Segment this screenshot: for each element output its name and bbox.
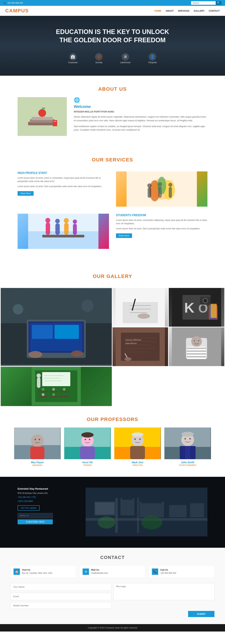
nav-services[interactable]: SERVICES (178, 10, 190, 12)
svg-point-40 (13, 304, 23, 314)
contact-visit-text: Visit Us Box St, Canada, New York, USA (22, 568, 52, 574)
svg-point-44 (138, 314, 150, 319)
gallery-item-5[interactable] (169, 327, 224, 366)
svg-rect-23 (46, 222, 50, 235)
svg-rect-90 (60, 390, 69, 392)
form-message-input[interactable] (114, 583, 215, 600)
svg-point-139 (141, 516, 162, 530)
professor-photo-3 (114, 428, 161, 459)
contact-dark-left: Extended Stay Restaurant 87th St.Kansas … (17, 487, 79, 524)
svg-rect-76 (187, 353, 206, 355)
svg-point-118 (132, 432, 144, 437)
hero-person-icon-4: 👤 (149, 53, 156, 60)
nav-gallery[interactable]: GALLERY (194, 10, 205, 12)
about-welcome: Welcome (74, 104, 208, 109)
svg-rect-138 (137, 498, 139, 533)
contact-call-text: Call Us +00 364 658 252 (160, 568, 176, 574)
service-title-1: HIGH PROFILE STAFF (17, 172, 109, 174)
svg-rect-18 (169, 187, 172, 198)
search-button[interactable]: 🔍 (216, 1, 222, 5)
about-img-placeholder (17, 97, 67, 136)
about-para2: Sed vestibulum sapien ornare ex sodales,… (74, 124, 208, 132)
svg-point-15 (147, 184, 152, 188)
mail-address: rsd@website.com (91, 572, 108, 574)
svg-rect-102 (30, 446, 44, 459)
professor-card-2: Vessi Vel TRAINER (64, 428, 111, 466)
hero-content: EDUCATION IS THE KEY TO UNLOCK THE GOLDE… (0, 16, 225, 76)
svg-rect-22 (42, 235, 84, 238)
service-para1-2: Lorem ipsum dolor sit amet, consectetur … (116, 218, 208, 225)
svg-rect-135 (190, 503, 204, 517)
get-free-btn[interactable]: Get Free Update (17, 505, 39, 510)
visit-address: Box St, Canada, New York, USA (22, 572, 52, 574)
hero-person-icon-2: 💼 (95, 53, 102, 60)
hero-person-icon-3: 🖥 (122, 53, 129, 60)
gallery-item-3[interactable]: K O (169, 288, 224, 327)
svg-point-17 (158, 182, 162, 186)
professor-role-4: SPORTS MEMBER (164, 464, 211, 466)
read-more-btn-2[interactable]: Read More (116, 234, 132, 238)
service-image-1 (116, 172, 208, 207)
professor-photo-1 (14, 428, 61, 459)
top-bar: 📞 +00 364 658 252 🔍 (0, 0, 225, 6)
nav-home[interactable]: HOME (155, 10, 161, 12)
svg-rect-84 (42, 372, 70, 386)
nav-contact[interactable]: CONTACT (209, 10, 220, 12)
svg-point-72 (191, 336, 202, 347)
gallery-item-4[interactable]: Calculus 9491/non Galle 9441/mo (112, 327, 168, 366)
service-para2-1: Lorem ipsum dolor sit amet. Sed ut persp… (17, 185, 109, 188)
call-title: Call Us (160, 568, 176, 571)
svg-point-78 (194, 340, 195, 341)
svg-rect-93 (60, 396, 69, 398)
service-item-3-img (14, 210, 112, 252)
svg-rect-27 (64, 223, 69, 235)
svg-rect-58 (211, 304, 217, 318)
svg-rect-36 (32, 325, 53, 339)
submit-button[interactable]: SUBMIT (188, 611, 215, 617)
footer-text: Copyright © 2019 Company name All rights… (88, 626, 137, 629)
svg-point-124 (185, 438, 186, 440)
visit-icon: 🏠 (13, 568, 20, 575)
nav-about[interactable]: ABOUT (166, 10, 174, 12)
contact-address: 87th St.Kansas City Lenexa 241. (17, 492, 79, 495)
gallery-item-1[interactable] (1, 288, 112, 366)
email-input[interactable] (17, 513, 53, 518)
professors-grid: Max Payne MANAGER Vessi Vel TR (14, 428, 211, 466)
about-content: 🌐 Welcome INTEGER MOLLIS PORTTITOR NUNC … (17, 97, 208, 136)
svg-rect-133 (141, 500, 162, 503)
form-email-input[interactable] (10, 593, 111, 600)
svg-rect-25 (55, 223, 60, 235)
contact-phone1: +021 864 921 7730 (17, 496, 79, 499)
gallery-item-2[interactable] (112, 288, 168, 327)
svg-rect-88 (39, 390, 47, 392)
phone-icon: 📞 (3, 2, 6, 4)
professor-card-4: John Smith SPORTS MEMBER (164, 428, 211, 466)
svg-point-125 (190, 438, 191, 440)
gallery-title-wrapper: OUR GALLERY (0, 274, 225, 288)
hero-person-2: 💼 Sunclip (95, 53, 102, 64)
svg-point-38 (28, 351, 42, 358)
gallery-item-6[interactable] (1, 367, 112, 406)
professor-name-1: Max Payne (14, 461, 61, 464)
svg-point-140 (98, 516, 115, 528)
svg-rect-16 (158, 186, 162, 198)
svg-point-79 (198, 340, 199, 341)
form-name-input[interactable] (10, 583, 111, 591)
svg-text:K: K (184, 300, 195, 316)
contact-dark-section: Extended Stay Restaurant 87th St.Kansas … (0, 477, 225, 548)
service-item-1: HIGH PROFILE STAFF Lorem ipsum dolor sit… (14, 168, 112, 210)
search-box[interactable]: 🔍 (191, 1, 222, 5)
search-input[interactable] (191, 1, 216, 5)
svg-rect-82 (37, 377, 40, 388)
subscribe-btn[interactable]: SUBSCRIBE HERE (17, 520, 53, 524)
hero-person-name-3: Laberlouse (120, 61, 130, 64)
form-mobile-input[interactable] (10, 602, 111, 609)
svg-rect-29 (73, 224, 77, 235)
service-image-2 (17, 214, 109, 249)
mail-icon: ✉ (83, 568, 89, 575)
about-image (17, 97, 67, 136)
hero-person-icon-1: 👔 (69, 53, 77, 60)
read-more-btn-1[interactable]: Read More (17, 191, 33, 196)
contact-dark-map (86, 487, 208, 537)
svg-point-28 (64, 218, 69, 223)
